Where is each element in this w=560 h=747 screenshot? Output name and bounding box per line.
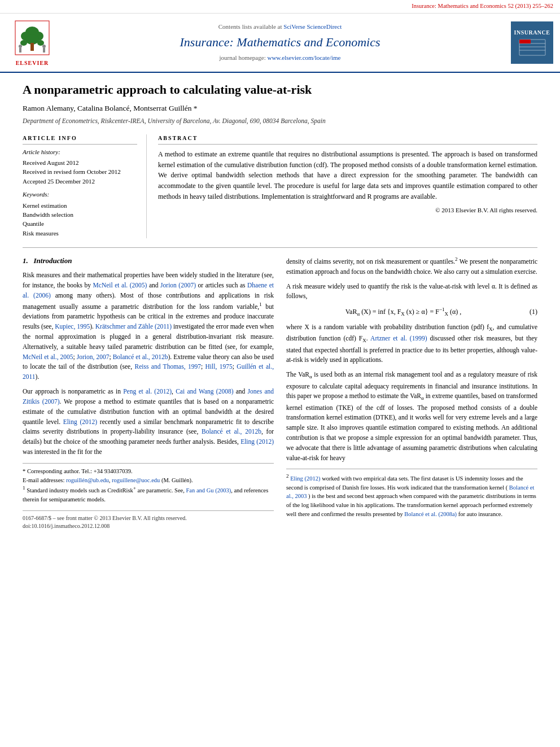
- peng-2012-link[interactable]: Peng et al. (2012): [123, 388, 172, 395]
- right-paragraph-4: The VaRα is used both as an internal ris…: [286, 370, 537, 463]
- cai-2008-link[interactable]: Cai and Wang (2008): [176, 388, 233, 395]
- journal-header: ELSEVIER Contents lists available at Sci…: [0, 14, 560, 73]
- article-info-panel: ARTICLE INFO Article history: Received A…: [23, 134, 147, 238]
- kupiec-1995-link[interactable]: Kupiec, 1995: [55, 323, 90, 330]
- bolance-2008a-link[interactable]: Bolancé et al. (2008a): [404, 511, 457, 517]
- formula-number: (1): [520, 307, 537, 317]
- badge-title: INSURANCE: [514, 29, 550, 37]
- footnotes-right: 2 Eling (2012) worked with two empirical…: [286, 469, 537, 518]
- right-paragraph-1: density of claims severity, not on risk …: [286, 256, 537, 277]
- mcneil-2005b-link[interactable]: McNeil et al., 2005: [23, 353, 73, 360]
- keyword-item: Bandwidth selection: [23, 211, 137, 219]
- accepted-date: Accepted 25 December 2012: [23, 177, 137, 186]
- elsevier-tree-icon: [12, 18, 52, 58]
- article-meta-section: ARTICLE INFO Article history: Received A…: [23, 134, 537, 238]
- article-info-heading: ARTICLE INFO: [23, 134, 137, 145]
- eling-2012-fn-link[interactable]: Eling (2012): [290, 475, 320, 482]
- revised-date-text: Received in revised form October 2012: [23, 168, 121, 175]
- dhaene-2006-link[interactable]: Dhaene et al. (2006): [23, 282, 274, 299]
- authors-text: Ramon Alemany, Catalina Bolancé, Montser…: [23, 104, 198, 112]
- right-paragraph-2: A risk measure widely used to quantify t…: [286, 282, 537, 302]
- header-center: Contents lists available at SciVerse Sci…: [63, 23, 497, 62]
- right-column: density of claims severity, not on risk …: [286, 256, 537, 530]
- history-label: Article history:: [23, 148, 137, 156]
- body-columns: 1. Introduction Risk measures and their …: [23, 256, 537, 530]
- keywords-section: Keywords: Kernel estimation Bandwidth se…: [23, 190, 137, 238]
- footnote-2: 2 Eling (2012) worked with two empirical…: [286, 473, 537, 518]
- abstract-text: A method to estimate an extreme quantile…: [158, 149, 537, 202]
- elsevier-label: ELSEVIER: [16, 59, 49, 67]
- section-divider: [23, 247, 537, 248]
- mcneil-2005-link[interactable]: McNeil et al. (2005): [93, 282, 147, 289]
- intro-paragraph-2: Our approach is nonparametric as in Peng…: [23, 387, 274, 457]
- bolance-2012b-link[interactable]: Bolancé et al., 2012b: [113, 353, 168, 360]
- svg-rect-17: [519, 40, 531, 43]
- journal-bar: Insurance: Mathematics and Economics 52 …: [0, 0, 560, 14]
- paper-title: A nonparametric approach to calculating …: [23, 82, 537, 98]
- formula-1: VaRα (X) = inf {x, FX (x) ≥ α} = F−1X (α…: [286, 306, 537, 318]
- kratschmer-2011-link[interactable]: Krätschmer and Zähle (2011): [95, 323, 172, 330]
- email-link[interactable]: roguillén@ub.edu: [66, 477, 109, 483]
- doi-line: doi:10.1016/j.insmatheco.2012.12.008: [23, 522, 274, 530]
- journal-title: Insurance: Mathematics and Economics: [63, 34, 497, 51]
- bolance-2003-link[interactable]: Bolancé et al., 2003: [286, 484, 534, 500]
- jorion-2007-link[interactable]: Jorion (2007): [160, 282, 196, 289]
- fan-gu-2003-link[interactable]: Fan and Gu (2003): [186, 487, 231, 493]
- svg-point-11: [42, 45, 46, 48]
- main-content: A nonparametric approach to calculating …: [0, 73, 560, 542]
- svg-point-8: [37, 40, 44, 46]
- keyword-item: Quantile: [23, 220, 137, 228]
- email-link2[interactable]: roguillene@uoc.edu: [112, 477, 160, 483]
- authors: Ramon Alemany, Catalina Bolancé, Montser…: [23, 103, 537, 114]
- journal-badge: INSURANCE: [511, 21, 553, 64]
- affiliation: Department of Econometrics, Riskcenter-I…: [23, 116, 537, 125]
- elsevier-logo-area: ELSEVIER: [7, 18, 58, 67]
- keyword-item: Risk measures: [23, 229, 137, 238]
- history-section: Article history: Received August 2012 Re…: [23, 148, 137, 186]
- journal-badge-area: INSURANCE: [502, 21, 553, 64]
- sciverse-prefix: Contents lists available at: [218, 23, 283, 30]
- email-label: E-mail addresses:: [23, 477, 64, 483]
- introduction-heading: 1. Introduction: [23, 256, 274, 266]
- revised-date: Received in revised form October 2012: [23, 167, 137, 177]
- homepage-link[interactable]: www.elsevier.com/locate/ime: [267, 54, 340, 61]
- reiss-1997-link[interactable]: Reiss and Thomas, 1997: [134, 363, 200, 370]
- keywords-label: Keywords:: [23, 190, 137, 199]
- footnote-star: * Corresponding author. Tel.: +34 934037…: [23, 467, 274, 476]
- received-date: Received August 2012: [23, 158, 137, 168]
- badge-icon: [518, 37, 546, 56]
- homepage-line: journal homepage: www.elsevier.com/locat…: [63, 54, 497, 62]
- svg-rect-12: [43, 48, 45, 53]
- section-title-text: Introduction: [34, 256, 72, 265]
- svg-rect-10: [19, 48, 21, 53]
- bottom-bar: 0167-6687/$ – see front matter © 2013 El…: [23, 510, 274, 530]
- section-number: 1.: [23, 256, 28, 265]
- jorion-2007b-link[interactable]: Jorion, 2007: [77, 353, 110, 360]
- artzner-1999-link[interactable]: Artzner et al. (1999): [370, 335, 427, 342]
- right-paragraph-3: where X is a random variable with probab…: [286, 322, 537, 365]
- keywords-list: Kernel estimation Bandwidth selection Qu…: [23, 202, 137, 238]
- eling-2012-link[interactable]: Eling (2012): [63, 418, 97, 425]
- svg-rect-6: [30, 43, 34, 51]
- svg-point-7: [20, 40, 27, 46]
- footnote-email: E-mail addresses: roguillén@ub.edu, rogu…: [23, 476, 274, 485]
- svg-point-9: [19, 45, 22, 48]
- homepage-prefix: journal homepage:: [220, 54, 268, 61]
- keyword-item: Kernel estimation: [23, 202, 137, 210]
- sciverse-link[interactable]: SciVerse ScienceDirect: [283, 23, 342, 30]
- elsevier-logo: ELSEVIER: [7, 18, 58, 67]
- bolance-2012b-b-link[interactable]: Bolancé et al., 2012b: [202, 428, 261, 435]
- abstract-panel: ABSTRACT A method to estimate an extreme…: [158, 134, 537, 238]
- footnotes-left: * Corresponding author. Tel.: +34 934037…: [23, 463, 274, 504]
- left-column: 1. Introduction Risk measures and their …: [23, 256, 274, 530]
- eling-2012b-link[interactable]: Eling (2012): [240, 438, 274, 445]
- issn-line: 0167-6687/$ – see front matter © 2013 El…: [23, 514, 274, 522]
- journal-bar-text: Insurance: Mathematics and Economics 52 …: [412, 3, 553, 9]
- sciverse-line: Contents lists available at SciVerse Sci…: [63, 23, 497, 31]
- footnote-1: 1 Standard industry models such as Credi…: [23, 484, 274, 504]
- hill-1975-link[interactable]: Hill, 1975: [205, 363, 233, 370]
- intro-paragraph-1: Risk measures and their mathematical pro…: [23, 270, 274, 382]
- copyright: © 2013 Elsevier B.V. All rights reserved…: [158, 206, 537, 215]
- formula-content: VaRα (X) = inf {x, FX (x) ≥ α} = F−1X (α…: [286, 306, 520, 318]
- abstract-heading: ABSTRACT: [158, 134, 537, 145]
